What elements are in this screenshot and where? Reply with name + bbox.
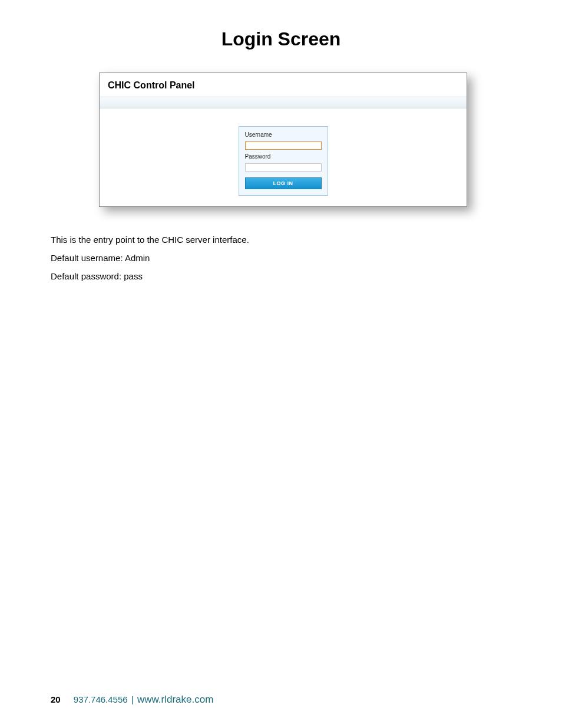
default-username-text: Default username: Admin xyxy=(51,250,562,266)
intro-text: This is the entry point to the CHIC serv… xyxy=(51,232,562,248)
footer-phone: 937.746.4556 xyxy=(74,694,128,704)
footer-separator: | xyxy=(131,694,134,704)
login-button[interactable]: LOG IN xyxy=(245,177,322,189)
username-group: Username xyxy=(245,131,322,150)
username-label: Username xyxy=(245,131,322,138)
login-form: Username Password LOG IN xyxy=(239,126,328,196)
password-group: Password xyxy=(245,153,322,172)
page-number: 20 xyxy=(51,694,61,704)
username-input[interactable] xyxy=(245,141,322,150)
page-footer: 20 937.746.4556 | www.rldrake.com xyxy=(51,694,213,706)
password-input[interactable] xyxy=(245,163,322,172)
page-title: Login Screen xyxy=(0,28,562,50)
footer-url: www.rldrake.com xyxy=(137,694,213,705)
panel-toolbar xyxy=(100,97,467,108)
login-screenshot: CHIC Control Panel Username Password LOG… xyxy=(99,73,467,207)
default-password-text: Default password: pass xyxy=(51,268,562,284)
login-area: Username Password LOG IN xyxy=(100,108,467,206)
panel-title: CHIC Control Panel xyxy=(100,73,467,97)
body-text: This is the entry point to the CHIC serv… xyxy=(51,232,562,284)
password-label: Password xyxy=(245,153,322,160)
